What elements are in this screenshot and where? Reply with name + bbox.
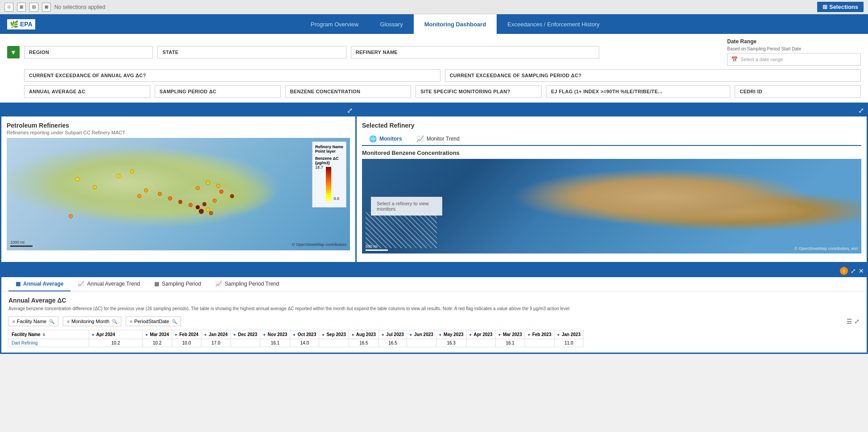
bottom-panel-expand-button[interactable]: ⤢	[851, 267, 856, 274]
nav-tabs: Program Overview Glossary Monitoring Das…	[42, 14, 868, 34]
th-jan-2024[interactable]: ● Jan 2024	[202, 330, 230, 339]
epa-leaf-icon: 🌿	[10, 20, 19, 29]
left-map-scale: 1000 mi	[10, 240, 33, 247]
data-cell	[319, 339, 349, 347]
map-dot[interactable]	[196, 205, 200, 209]
right-map[interactable]: Select a refinery to view monitors 500 m…	[362, 159, 861, 253]
map-dot[interactable]	[206, 208, 210, 212]
map-dot[interactable]	[69, 214, 73, 218]
epa-logo-box: 🌿 EPA	[7, 19, 35, 29]
left-map-container[interactable]: Refinery Name Point layer Benzene ΔC (μg…	[7, 138, 350, 250]
tab-sampling-period-trend[interactable]: 📈 Sampling Period Trend	[208, 277, 286, 291]
th-oct-2023[interactable]: ● Oct 2023	[290, 330, 319, 339]
th-jul-2023[interactable]: ● Jul 2023	[379, 330, 407, 339]
selections-button[interactable]: ⊞ Selections	[817, 2, 864, 12]
th-mar-2023[interactable]: ● Mar 2023	[495, 330, 525, 339]
data-cell: 11.0	[554, 339, 583, 347]
exceedance-sampling-filter[interactable]: CURRENT EXCEEDANCE OF SAMPLING PERIOD ΔC…	[445, 69, 861, 82]
right-tabs: 🌐 Monitors 📈 Monitor Trend	[362, 133, 861, 146]
tab-annual-average-trend[interactable]: 📈 Annual Average Trend	[70, 277, 147, 291]
monitoring-month-filter-button[interactable]: ≡ Monitoring Month 🔍	[63, 316, 121, 326]
map-dot[interactable]	[206, 181, 210, 185]
table-controls: ≡ Facility Name 🔍 ≡ Monitoring Month 🔍 ≡…	[8, 316, 860, 326]
th-sep-2023[interactable]: ● Sep 2023	[319, 330, 349, 339]
data-cell: 16.5	[379, 339, 407, 347]
left-panel-expand-button[interactable]: ⤢	[347, 106, 353, 115]
facility-name-filter-button[interactable]: ≡ Facility Name 🔍	[8, 316, 58, 326]
map-dot[interactable]	[230, 194, 234, 198]
th-apr-2024[interactable]: ● Apr 2024	[89, 330, 143, 339]
data-cell: 10.2	[143, 339, 172, 347]
sampling-trend-icon: 📈	[215, 281, 222, 287]
map-dot[interactable]	[93, 185, 97, 189]
monitored-benzene-title: Monitored Benzene Concentrations	[362, 150, 861, 156]
scale-bar	[10, 245, 33, 247]
annual-avg-trend-icon: 📈	[78, 281, 84, 287]
month-filter-icon: ≡	[67, 319, 70, 324]
info-icon[interactable]: i	[840, 267, 848, 275]
map-dot[interactable]	[202, 202, 206, 206]
map-dot[interactable]	[196, 186, 200, 190]
tab-monitors[interactable]: 🌐 Monitors	[362, 133, 409, 146]
map-dot[interactable]	[178, 200, 182, 204]
map-dot[interactable]	[130, 170, 134, 174]
benzene-filter[interactable]: BENZENE CONCENTRATION	[285, 85, 411, 98]
nav-tab-exceedances[interactable]: Exceedances / Enforcement History	[497, 14, 610, 34]
facility-name-cell[interactable]: Dart Refining	[9, 339, 89, 347]
map-dot[interactable]	[137, 194, 141, 198]
th-feb-2024[interactable]: ● Feb 2024	[172, 330, 202, 339]
nav-tab-glossary[interactable]: Glossary	[369, 14, 413, 34]
right-panel-expand-button[interactable]: ⤢	[858, 106, 864, 115]
filter-icon[interactable]: ▼	[7, 46, 20, 58]
map-dot[interactable]	[199, 209, 204, 214]
region-filter[interactable]: REGION	[24, 46, 153, 58]
map-land-layer	[7, 138, 350, 250]
annual-avg-filter[interactable]: ANNUAL AVERAGE ΔC	[24, 85, 150, 98]
right-panel-inner: Selected Refinery 🌐 Monitors 📈 Monitor T…	[357, 116, 867, 262]
map-dot[interactable]	[168, 196, 172, 200]
data-cell: 16.3	[436, 339, 466, 347]
screenshot-icon-3: ⊟	[29, 3, 38, 12]
table-expand-icon-button[interactable]: ⤢	[854, 318, 860, 325]
date-range-input[interactable]: 📅 Select a date range	[727, 53, 861, 66]
nav-tab-program-overview[interactable]: Program Overview	[300, 14, 370, 34]
nav-tab-monitoring-dashboard[interactable]: Monitoring Dashboard	[414, 14, 497, 34]
top-bar-left: ⊹ ⊞ ⊟ ⊠ No selections applied	[4, 3, 817, 12]
map-dot[interactable]	[116, 174, 120, 178]
th-feb-2023[interactable]: ● Feb 2023	[525, 330, 554, 339]
tab-annual-average[interactable]: ▦ Annual Average	[8, 277, 70, 291]
left-map-credit: © OpenStreetMap contributors	[292, 242, 346, 247]
dot-icon: ●	[204, 332, 206, 337]
map-dot[interactable]	[213, 199, 217, 203]
map-dot[interactable]	[158, 192, 162, 196]
sampling-period-filter[interactable]: SAMPLING PERIOD ΔC	[155, 85, 281, 98]
th-jun-2023[interactable]: ● Jun 2023	[407, 330, 436, 339]
left-panel-subtitle: Refineries reporting under Subpart CC Re…	[7, 130, 350, 135]
epa-logo: 🌿 EPA	[0, 19, 42, 29]
cedri-id-filter[interactable]: CEDRI ID	[735, 85, 861, 98]
tab-sampling-period[interactable]: ▦ Sampling Period	[147, 277, 208, 291]
table-wrapper[interactable]: Facility Name ⇅ ● Apr 2024 ● Mar 2024	[8, 330, 860, 347]
table-list-icon-button[interactable]: ☰	[847, 318, 852, 325]
state-filter[interactable]: STATE	[157, 46, 346, 58]
th-nov-2023[interactable]: ● Nov 2023	[260, 330, 290, 339]
table-icons-right: ☰ ⤢	[847, 318, 860, 325]
th-facility[interactable]: Facility Name ⇅	[9, 330, 89, 339]
map-dot[interactable]	[216, 184, 220, 188]
legend-labels-2: 0.0	[334, 165, 340, 201]
th-apr-2023[interactable]: ● Apr 2023	[466, 330, 495, 339]
th-dec-2023[interactable]: ● Dec 2023	[230, 330, 260, 339]
bottom-panel-close-button[interactable]: ✕	[859, 267, 864, 274]
ej-flag-filter[interactable]: EJ FLAG (1+ INDEX >=90TH %ILE/TRIBE/TE..…	[546, 85, 730, 98]
exceedance-annual-filter[interactable]: CURRENT EXCEEDANCE OF ANNUAL AVG ΔC?	[24, 69, 440, 82]
th-aug-2023[interactable]: ● Aug 2023	[349, 330, 378, 339]
period-start-filter-button[interactable]: ≡ PeriodStartDate 🔍	[126, 316, 181, 326]
tab-monitor-trend[interactable]: 📈 Monitor Trend	[409, 133, 467, 145]
site-monitoring-filter[interactable]: SITE SPECIFIC MONITORING PLAN?	[415, 85, 542, 98]
th-may-2023[interactable]: ● May 2023	[436, 330, 466, 339]
left-panel-header: ⤢	[1, 104, 355, 116]
legend-benzene-label: Benzene ΔC	[315, 156, 343, 161]
refinery-name-filter[interactable]: REFINERY NAME	[351, 46, 599, 58]
th-mar-2024[interactable]: ● Mar 2024	[143, 330, 172, 339]
th-jan-2023[interactable]: ● Jan 2023	[554, 330, 583, 339]
